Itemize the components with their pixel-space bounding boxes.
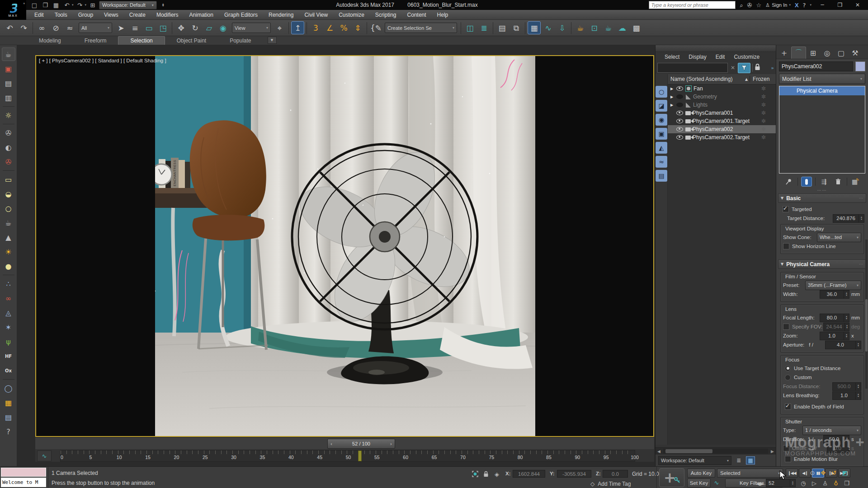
frozen-column-header[interactable]: Frozen: [750, 76, 778, 82]
ornatrix-icon[interactable]: Ox: [2, 364, 15, 377]
clear-search-icon[interactable]: ✕: [730, 65, 736, 71]
film-width-field[interactable]: 36.0: [820, 290, 849, 299]
workspace-dropdown[interactable]: Workspace: Default ▾: [99, 1, 157, 9]
mirror-icon[interactable]: ◫: [463, 21, 476, 34]
x-coord-field[interactable]: 1602.844: [513, 470, 545, 478]
explorer-menu-select[interactable]: Select: [660, 54, 684, 60]
panel-resize-grip[interactable]: ⋯⋯: [776, 188, 868, 192]
unlink-selection-icon[interactable]: ⊘: [49, 21, 62, 34]
spinner-icon[interactable]: [844, 332, 849, 340]
video-camera-icon[interactable]: ✇: [2, 155, 15, 169]
snaps-toggle-icon[interactable]: 3: [309, 21, 322, 34]
configure-modifier-sets-icon[interactable]: ▦✎: [850, 177, 861, 187]
undo-icon[interactable]: ↶: [62, 1, 71, 9]
targeted-checkbox[interactable]: [783, 206, 789, 212]
help-search-input[interactable]: [649, 1, 736, 9]
panel-overflow-chevrons-icon[interactable]: »: [771, 65, 774, 71]
hair-fur-icon[interactable]: HF: [2, 349, 15, 363]
display-helpers-filter-icon[interactable]: ◭: [656, 142, 667, 154]
schematic-view-icon[interactable]: ⇩: [556, 21, 569, 34]
utilities-tab-icon[interactable]: ⚒: [848, 47, 862, 59]
curve-editor-icon[interactable]: ∿: [542, 21, 555, 34]
aperture-field[interactable]: 4.0: [825, 341, 861, 349]
display-cameras-filter-icon[interactable]: ▣: [656, 128, 667, 140]
display-lights-filter-icon[interactable]: ◉: [656, 114, 667, 126]
menu-create[interactable]: Create: [124, 12, 151, 18]
grid-view-icon[interactable]: ▦: [746, 456, 755, 465]
bitmap-library-icon[interactable]: ▦: [2, 396, 15, 409]
zoom-field[interactable]: 1.0: [820, 332, 849, 340]
use-target-distance-radio[interactable]: [785, 366, 791, 371]
select-object-icon[interactable]: ➤: [114, 21, 127, 34]
menu-graph-editors[interactable]: Graph Editors: [219, 12, 263, 18]
scene-explorer-dock-handle[interactable]: [656, 45, 776, 52]
expand-arrow-icon[interactable]: ▶: [669, 95, 675, 99]
scrollbar-track[interactable]: [663, 449, 768, 454]
absolute-offset-mode-icon[interactable]: ◈: [493, 470, 501, 478]
spinner-icon[interactable]: [859, 215, 864, 222]
add-time-tag[interactable]: ◇ Add Time Tag: [590, 481, 631, 487]
set-key-button[interactable]: Set Key: [687, 479, 711, 488]
command-panel-scrollbar[interactable]: [865, 239, 868, 389]
sign-in-button[interactable]: ♙ Sign In ▾: [765, 2, 791, 8]
menu-rendering[interactable]: Rendering: [263, 12, 299, 18]
align-icon[interactable]: ≣: [477, 21, 491, 34]
window-crossing-icon[interactable]: ◳: [156, 21, 170, 34]
select-and-rotate-icon[interactable]: ↻: [189, 21, 202, 34]
visibility-eye-icon[interactable]: [676, 111, 683, 115]
table-row[interactable]: PhysCamera001.Target ✼: [668, 117, 778, 125]
modifier-stack[interactable]: Physical Camera: [779, 86, 865, 174]
explorer-search-input[interactable]: [657, 63, 728, 73]
project-folder-icon[interactable]: ⊞: [88, 1, 97, 9]
spinner-icon[interactable]: [844, 291, 849, 298]
menu-group[interactable]: Group: [73, 12, 99, 18]
exchange-apps-icon[interactable]: X: [795, 2, 799, 8]
object-color-swatch[interactable]: [855, 61, 865, 71]
close-button[interactable]: ✕: [851, 2, 864, 8]
tab-populate[interactable]: Populate: [218, 37, 263, 45]
render-in-cloud-icon[interactable]: ☁: [616, 21, 629, 34]
expand-arrow-icon[interactable]: ▶: [669, 87, 675, 91]
show-end-result-icon[interactable]: [801, 177, 812, 187]
table-row[interactable]: PhysCamera002.Target ✼: [668, 133, 778, 141]
spinner-icon[interactable]: [855, 341, 861, 349]
tab-selection[interactable]: Selection: [118, 36, 165, 45]
enable-motion-blur-checkbox[interactable]: [785, 456, 791, 462]
basic-rollout-header[interactable]: ▼ Basic ⋯: [778, 193, 866, 203]
zoom-extents-icon[interactable]: ◩: [840, 469, 850, 477]
use-pivot-point-icon[interactable]: ⌖: [273, 21, 286, 34]
ribbon-overflow-icon[interactable]: ▼: [268, 37, 277, 44]
select-and-move-icon[interactable]: ✥: [175, 21, 188, 34]
sphere-icon[interactable]: ◯: [2, 381, 15, 395]
isolate-selection-icon[interactable]: [471, 470, 479, 478]
z-coord-field[interactable]: 0.0: [603, 470, 628, 478]
scroll-left-icon[interactable]: ◀: [656, 449, 662, 454]
frozen-snowflake-icon[interactable]: ✼: [750, 126, 778, 132]
frozen-snowflake-icon[interactable]: ✼: [750, 102, 778, 108]
timeline-ruler[interactable]: 0510152025303540455055606570758085909510…: [60, 450, 635, 462]
explorer-h-scrollbar[interactable]: ◀ ▶: [656, 447, 776, 455]
menu-animation[interactable]: Animation: [184, 12, 219, 18]
dome-light-icon[interactable]: ◒: [2, 187, 15, 201]
toggle-layer-explorer-icon[interactable]: ⧉: [509, 21, 523, 34]
render-production-icon[interactable]: ☕: [602, 21, 615, 34]
menu-views[interactable]: Views: [99, 12, 124, 18]
spinner-icon[interactable]: [848, 445, 850, 452]
key-mode-icon[interactable]: ∿: [712, 479, 721, 486]
scrollbar-thumb[interactable]: [665, 449, 712, 453]
auto-key-button[interactable]: Auto Key: [687, 469, 715, 478]
object-name-field[interactable]: PhysCamera002: [779, 61, 853, 71]
scroll-right-icon[interactable]: ▶: [769, 449, 776, 454]
duration-field[interactable]: 50.0: [823, 435, 849, 444]
y-coord-field[interactable]: -3055.934: [557, 470, 591, 478]
viewport-label[interactable]: [ + ] [ PhysCamera002 ] [ Standard ] [ D…: [39, 58, 166, 63]
tab-modeling[interactable]: Modeling: [27, 37, 73, 45]
display-spacewarps-filter-icon[interactable]: ≈: [656, 156, 667, 168]
frame-step-arrows-icon[interactable]: ◀▶: [756, 480, 764, 487]
keyboard-shortcut-override-icon[interactable]: ↥: [291, 21, 304, 34]
menu-help[interactable]: Help: [432, 12, 454, 18]
visibility-eye-icon[interactable]: [676, 135, 683, 140]
frozen-snowflake-icon[interactable]: ✼: [750, 94, 778, 100]
table-row[interactable]: ▶ Fan ✼: [668, 84, 778, 93]
playhead[interactable]: [358, 450, 362, 461]
